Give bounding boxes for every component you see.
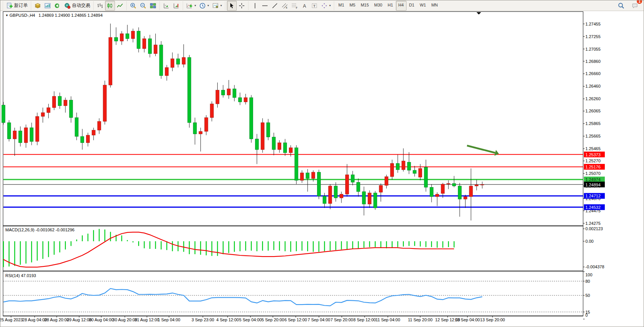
- bull-candle: [379, 185, 383, 192]
- zoom-in-button[interactable]: [128, 1, 138, 11]
- svg-text:F: F: [296, 6, 298, 9]
- indicators-button[interactable]: ▾: [185, 1, 198, 11]
- new-order-button[interactable]: 新订单: [5, 1, 29, 11]
- trendline-button[interactable]: [270, 1, 280, 11]
- timeframe-h4-button[interactable]: H4: [396, 1, 406, 11]
- toolbar-group-separator: [30, 2, 32, 10]
- crosshair-button[interactable]: [237, 1, 247, 11]
- bear-candle: [453, 183, 456, 186]
- bear-candle: [424, 167, 428, 188]
- channel-button[interactable]: E: [280, 1, 290, 11]
- svg-text:80: 80: [585, 279, 590, 284]
- auto-scroll-button[interactable]: [161, 1, 171, 11]
- bear-candle: [413, 170, 416, 173]
- svg-text:1.27255: 1.27255: [585, 34, 601, 39]
- timeframe-mn-button[interactable]: MN: [429, 1, 440, 11]
- time-axis-label: 1 Sep 04:00: [158, 317, 180, 322]
- timeframe-w1-button[interactable]: W1: [417, 1, 429, 11]
- dropdown-caret-icon[interactable]: ▾: [329, 4, 331, 7]
- svg-text:1.25373: 1.25373: [585, 152, 601, 157]
- timeframe-m30-button[interactable]: M30: [371, 1, 385, 11]
- bull-candle: [35, 116, 39, 141]
- bull-candle: [289, 148, 292, 153]
- tile-windows-button[interactable]: [148, 1, 158, 11]
- line-icon: [116, 2, 123, 9]
- notifications-button[interactable]: 1: [630, 1, 640, 11]
- text-label-button[interactable]: T: [309, 1, 319, 11]
- bull-candle: [368, 193, 371, 204]
- depth-of-market-button[interactable]: [33, 1, 43, 11]
- timeframe-m5-button[interactable]: M5: [347, 1, 358, 11]
- bear-candle: [7, 123, 11, 139]
- bear-candle: [295, 148, 298, 181]
- zoom-out-button[interactable]: [138, 1, 148, 11]
- svg-text:1.24712: 1.24712: [585, 194, 601, 198]
- text-button[interactable]: A: [300, 1, 309, 11]
- bar-chart-button[interactable]: [95, 1, 105, 11]
- candlestick-chart-button[interactable]: [105, 1, 115, 11]
- svg-text:1.26065: 1.26065: [585, 109, 601, 113]
- chart-objects-marker-icon[interactable]: ▼: [5, 14, 8, 17]
- svg-text:1.24532: 1.24532: [585, 205, 601, 210]
- bear-candle: [137, 31, 140, 49]
- bear-candle: [115, 37, 118, 41]
- bull-candle: [328, 186, 332, 204]
- search-button[interactable]: [616, 1, 626, 11]
- dropdown-caret-icon[interactable]: ▾: [194, 4, 196, 7]
- bull-candle: [204, 118, 208, 131]
- bear-candle: [396, 164, 400, 170]
- notification-badge: 1: [637, 0, 642, 4]
- bull-candle: [475, 185, 478, 186]
- chart-shift-button[interactable]: [171, 1, 181, 11]
- timeframe-m15-button[interactable]: M15: [358, 1, 371, 11]
- svg-text:A: A: [303, 3, 306, 8]
- bull-candle: [441, 184, 445, 194]
- bear-candle: [284, 143, 287, 152]
- bear-candle: [351, 175, 354, 182]
- line-chart-button[interactable]: [115, 1, 125, 11]
- timeframe-h1-button[interactable]: H1: [385, 1, 395, 11]
- auto-trading-button[interactable]: 自动交易: [62, 1, 92, 11]
- bear-candle: [266, 123, 270, 137]
- bull-candle: [24, 128, 28, 143]
- cursor-button[interactable]: [227, 1, 237, 11]
- dropdown-caret-icon[interactable]: ▾: [207, 4, 209, 7]
- vertical-line-button[interactable]: [250, 1, 260, 11]
- bull-candle: [216, 90, 219, 104]
- svg-text:0.002123: 0.002123: [585, 226, 603, 231]
- dropdown-caret-icon[interactable]: ▾: [220, 4, 222, 7]
- svg-text:1.25865: 1.25865: [585, 121, 601, 126]
- templates-icon: [212, 2, 219, 9]
- templates-button[interactable]: ▾: [210, 1, 223, 11]
- svg-text:1.26660: 1.26660: [585, 71, 601, 76]
- horizontal-line-button[interactable]: [260, 1, 270, 11]
- news-button[interactable]: [53, 1, 62, 11]
- time-axis-label: 30 Aug 04:00: [89, 317, 114, 322]
- bear-candle: [272, 137, 276, 150]
- bull-candle: [41, 113, 45, 117]
- time-axis-label: 3 Sep 23:00: [191, 317, 214, 322]
- toolbar-group-separator: [247, 2, 250, 10]
- timeframe-d1-button[interactable]: D1: [406, 1, 417, 11]
- periods-button[interactable]: ▾: [198, 1, 210, 11]
- bull-candle: [53, 96, 56, 108]
- timeframe-m1-button[interactable]: M1: [336, 1, 347, 11]
- trendline-icon: [271, 2, 278, 9]
- shapes-icon: [321, 2, 328, 9]
- svg-text:0: 0: [585, 313, 588, 317]
- bull-candle: [97, 122, 101, 130]
- fibonacci-button[interactable]: F: [290, 1, 300, 11]
- svg-text:E: E: [286, 6, 287, 9]
- time-axis-label: 28 Aug 04:00: [22, 317, 47, 322]
- bear-candle: [148, 38, 151, 53]
- terminal-button[interactable]: [43, 1, 53, 11]
- macd-indicator-label: MACD(12,26,9) -0.001062 -0.001296: [5, 228, 75, 232]
- toolbar-group-separator: [158, 2, 161, 10]
- periods-icon: [199, 2, 206, 9]
- chart-area[interactable]: 1.274551.272551.270551.268601.266601.264…: [0, 0, 644, 327]
- svg-text:100: 100: [585, 272, 592, 277]
- arrows-button[interactable]: ▾: [319, 1, 332, 11]
- chart-canvas[interactable]: 1.274551.272551.270551.268601.266601.264…: [0, 0, 644, 327]
- bull-candle: [210, 104, 214, 117]
- chart-ohlc-values: 1.24869 1.24900 1.24865 1.24894: [38, 13, 102, 18]
